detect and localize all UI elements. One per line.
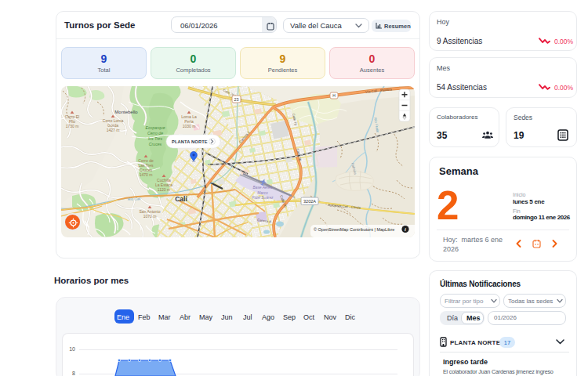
svg-text:1120 m: 1120 m [158,187,170,192]
svg-text:1730 m: 1730 m [66,124,79,128]
svg-text:1070 m: 1070 m [143,214,157,219]
svg-text:1470 m: 1470 m [140,172,153,177]
svg-text:1427 m: 1427 m [107,128,120,132]
svg-text:PLANTA NORTE: PLANTA NORTE [172,139,208,144]
svg-text:Base Aérea: Base Aérea [253,186,273,190]
svg-text:Fidel Suárez: Fidel Suárez [252,196,274,200]
svg-text:Ecoparque: Ecoparque [145,125,165,130]
svg-text:los Tres: los Tres [148,136,162,141]
svg-text:23: 23 [234,97,239,102]
svg-text:Marco: Marco [257,191,268,195]
svg-text:Río Cali: Río Cali [128,197,142,201]
svg-text:Cruces: Cruces [149,142,162,146]
svg-text:Montebello: Montebello [114,110,138,114]
svg-text:3202A: 3202A [303,199,316,204]
svg-text:i: i [405,226,406,232]
svg-text:Cali: Cali [175,195,187,203]
svg-text:Cerro de: Cerro de [147,131,163,136]
svg-text:H: H [332,93,336,98]
svg-text:1030 m: 1030 m [183,124,196,128]
svg-text:© OpenStreetMap Contributors |: © OpenStreetMap Contributors | MapLibre [314,227,394,232]
